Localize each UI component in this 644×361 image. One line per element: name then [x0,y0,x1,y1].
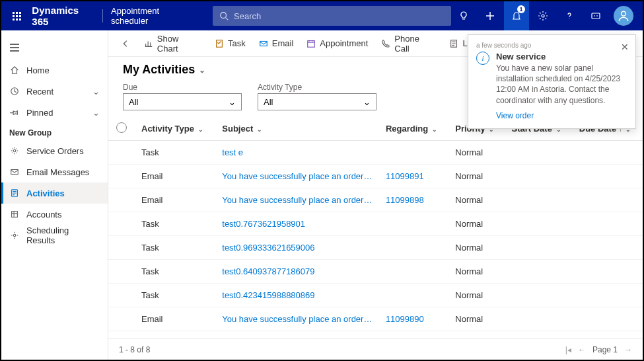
first-page-button[interactable]: |◂ [565,345,571,354]
row-select[interactable] [108,260,135,284]
notification-link[interactable]: View order [496,111,534,120]
app-name-label: Appointment scheduler [111,6,194,26]
svg-rect-17 [260,41,268,46]
cell-regarding[interactable] [379,141,448,165]
notification-close-button[interactable]: ✕ [621,42,629,52]
sidebar-scheduling-results[interactable]: Scheduling Results [1,225,108,246]
cell-subject[interactable]: test0.969333621659006 [215,236,379,260]
table-row[interactable]: Tasktest eNormal [108,141,643,165]
sidebar-toggle[interactable] [1,36,108,60]
table-row[interactable]: EmailYou have successfully place an orde… [108,307,643,331]
table-row[interactable]: Tasktest0.969333621659006Normal [108,236,643,260]
view-selector[interactable]: My Activities ⌄ [123,63,205,77]
table-row[interactable]: Tasktest0.7673621958901Normal [108,212,643,236]
cell-subject[interactable]: You have successfully place an order for… [215,165,379,188]
task-button[interactable]: Task [209,33,251,54]
cell-regarding[interactable]: 11099898 [379,188,448,212]
col-regarding[interactable]: Regarding ⌄ [379,117,448,141]
show-chart-button[interactable]: Show Chart [139,33,207,54]
cell-subject[interactable]: test0.7673621958901 [215,212,379,236]
cell-start-date [505,284,572,307]
cell-subject[interactable]: test0.640937877186079 [215,260,379,284]
chevron-down-icon: ⌄ [257,126,262,133]
table-row[interactable]: EmailYou have successfully place an orde… [108,188,643,212]
chevron-down-icon: ⌄ [92,87,100,97]
assistant-button[interactable] [583,1,608,30]
prev-page-button[interactable]: ← [578,345,586,354]
table-row[interactable]: Tasktest0.423415988880869Normal [108,284,643,307]
notifications-button[interactable]: 1 [504,1,529,30]
cell-start-date [505,307,572,331]
email-button[interactable]: Email [254,33,299,54]
sidebar-pinned[interactable]: Pinned ⌄ [1,102,108,123]
email-icon [259,39,268,48]
cell-regarding[interactable] [379,236,448,260]
sidebar-home[interactable]: Home [1,60,108,81]
home-label: Home [26,65,50,75]
phone-call-label: Phone Call [394,34,436,54]
back-button[interactable] [115,39,136,48]
appointment-label: Appointment [320,38,368,48]
row-select[interactable] [108,236,135,260]
row-select[interactable] [108,307,135,331]
sidebar-recent[interactable]: Recent ⌄ [1,81,108,102]
cell-regarding[interactable]: 11099890 [379,307,448,331]
add-button[interactable] [478,1,503,30]
data-grid: Activity Type ⌄ Subject ⌄ Regarding ⌄ Pr… [108,117,643,339]
pin-icon [9,108,20,117]
select-all-circle[interactable] [116,122,127,133]
select-all-header[interactable] [108,117,135,141]
sidebar-accounts[interactable]: Accounts [1,204,108,225]
due-filter-select[interactable]: All ⌄ [123,93,242,110]
svg-point-6 [622,11,626,16]
cell-regarding[interactable] [379,260,448,284]
col-activity-type[interactable]: Activity Type ⌄ [135,117,215,141]
lightbulb-button[interactable] [451,1,476,30]
app-launcher-button[interactable] [7,5,26,26]
activity-type-filter-value: All [264,97,273,107]
cell-start-date [505,188,572,212]
sidebar-email-messages[interactable]: Email Messages [1,161,108,182]
help-button[interactable] [557,1,582,30]
cell-regarding[interactable] [379,212,448,236]
table-row[interactable]: EmailYou have successfully place an orde… [108,165,643,188]
divider [102,9,103,22]
brand-label: Dynamics 365 [32,5,94,27]
cell-activity-type: Email [135,165,215,188]
col-subject[interactable]: Subject ⌄ [215,117,379,141]
global-search[interactable] [213,6,451,26]
sidebar-activities[interactable]: Activities [1,182,108,204]
row-select[interactable] [108,188,135,212]
schedule-icon [9,231,20,240]
cell-regarding[interactable] [379,284,448,307]
svg-point-0 [221,13,227,19]
cell-subject[interactable]: test0.423415988880869 [215,284,379,307]
recent-label: Recent [26,87,54,97]
chevron-down-icon: ⌄ [363,97,371,107]
row-select[interactable] [108,212,135,236]
cell-subject[interactable]: test e [215,141,379,165]
activity-type-filter-select[interactable]: All ⌄ [258,93,376,110]
clock-icon [9,87,20,96]
due-filter-label: Due [123,83,242,92]
user-avatar[interactable] [614,6,633,26]
cell-regarding[interactable]: 11099891 [379,165,448,188]
cell-subject[interactable]: You have successfully place an order for… [215,307,379,331]
cell-subject[interactable]: You have successfully place an order for… [215,188,379,212]
search-input[interactable] [234,11,445,21]
calendar-icon [306,39,316,48]
settings-button[interactable] [530,1,555,30]
sidebar: Home Recent ⌄ Pinned ⌄ New Group Service… [1,30,108,360]
cell-priority: Normal [448,307,505,331]
next-page-button[interactable]: → [624,345,632,354]
sidebar-service-orders[interactable]: Service Orders [1,140,108,161]
row-select[interactable] [108,141,135,165]
row-select[interactable] [108,165,135,188]
appointment-button[interactable]: Appointment [301,33,373,54]
phone-call-button[interactable]: Phone Call [376,33,441,54]
notification-time: a few seconds ago [476,42,627,49]
row-select[interactable] [108,284,135,307]
notification-message: You have a new solar panel installation … [496,63,627,106]
table-row[interactable]: Tasktest0.640937877186079Normal [108,260,643,284]
letter-icon [449,39,458,48]
